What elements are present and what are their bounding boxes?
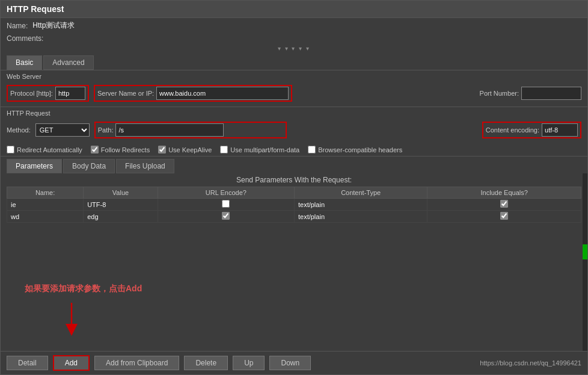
server-label: Server Name or IP: [97, 90, 154, 97]
content-encoding-label: Content encoding: [486, 126, 539, 134]
checkbox-multipart[interactable]: Use multipart/form-data [220, 146, 299, 153]
checkbox-includeequals-1[interactable] [500, 200, 508, 208]
comments-label: Comments: [7, 34, 43, 43]
port-input[interactable] [521, 87, 581, 100]
protocol-label: Protocol [http]: [10, 90, 53, 97]
param-urlencode-2 [158, 211, 294, 223]
param-includeequals-2 [427, 211, 581, 223]
col-name: Name: [7, 187, 84, 199]
detail-button[interactable]: Detail [7, 356, 48, 370]
annotation-text: 如果要添加请求参数，点击Add [25, 284, 142, 294]
http-request-section: HTTP Request Method: GET POST PUT DELETE… [1, 107, 587, 143]
checkbox-follow[interactable]: Follow Redirects [91, 146, 150, 153]
checkbox-follow-label: Follow Redirects [101, 146, 150, 153]
server-group: Server Name or IP: [94, 85, 292, 102]
resize-dots: ▾ ▾ ▾ ▾ ▾ [278, 45, 310, 52]
table-row: wd edg text/plain [7, 211, 581, 223]
param-name-1: ie [7, 199, 84, 211]
add-from-clipboard-button[interactable]: Add from Clipboard [94, 356, 179, 370]
checkbox-multipart-label: Use multipart/form-data [230, 146, 299, 153]
server-input[interactable] [156, 87, 289, 100]
inner-content: Web Server Protocol [http]: Server Name … [1, 70, 587, 374]
http-request-fields-row: Method: GET POST PUT DELETE HEAD OPTIONS… [7, 119, 581, 141]
comments-row: Comments: [1, 33, 587, 44]
main-container: HTTP Request Name: Http测试请求 Comments: ▾ … [0, 0, 588, 375]
name-row: Name: Http测试请求 [1, 18, 587, 33]
annotation-arrow [60, 297, 108, 339]
param-urlencode-1 [158, 199, 294, 211]
window-title: HTTP Request [7, 4, 64, 14]
checkbox-urlencode-1[interactable] [222, 200, 230, 208]
method-select[interactable]: GET POST PUT DELETE HEAD OPTIONS PATCH [35, 123, 90, 137]
param-includeequals-1 [427, 199, 581, 211]
annotation-container: 如果要添加请求参数，点击Add [25, 284, 142, 339]
resize-handle[interactable]: ▾ ▾ ▾ ▾ ▾ [1, 44, 587, 53]
col-value: Value [84, 187, 158, 199]
up-button[interactable]: Up [233, 356, 265, 370]
tab-files-upload[interactable]: Files Upload [116, 159, 174, 173]
param-name-2: wd [7, 211, 84, 223]
web-server-section: Web Server Protocol [http]: Server Name … [1, 70, 587, 107]
path-label: Path: [98, 126, 114, 134]
checkbox-redirect-input[interactable] [7, 146, 14, 153]
url-text: https://blog.csdn.net/qq_14996421 [480, 359, 581, 367]
checkbox-follow-input[interactable] [91, 146, 99, 153]
col-include-equals: Include Equals? [427, 187, 581, 199]
protocol-group: Protocol [http]: [7, 85, 89, 102]
checkbox-urlencode-2[interactable] [222, 212, 230, 220]
col-content-type: Content-Type [294, 187, 427, 199]
param-contenttype-1: text/plain [294, 199, 427, 211]
port-group: Port Number: [480, 87, 581, 100]
delete-button[interactable]: Delete [184, 356, 228, 370]
bottom-buttons-row: Detail Add Add from Clipboard Delete Up … [1, 351, 587, 374]
name-value: Http测试请求 [32, 20, 75, 31]
web-server-title: Web Server [7, 73, 581, 80]
port-label: Port Number: [480, 90, 519, 97]
checkboxes-row: Redirect Automatically Follow Redirects … [1, 143, 587, 156]
checkbox-multipart-input[interactable] [220, 146, 228, 153]
params-table-container: Send Parameters With the Request: Name: … [1, 173, 587, 351]
http-request-title: HTTP Request [7, 110, 581, 117]
checkbox-browser-compat[interactable]: Browser-compatible headers [308, 146, 402, 153]
checkbox-browser-compat-label: Browser-compatible headers [318, 146, 402, 153]
tab-body-data[interactable]: Body Data [63, 159, 115, 173]
param-contenttype-2: text/plain [294, 211, 427, 223]
path-input[interactable] [115, 123, 224, 137]
checkbox-keepalive-label: Use KeepAlive [168, 146, 212, 153]
param-value-2: edg [84, 211, 158, 223]
name-label: Name: [7, 22, 28, 30]
tab-parameters[interactable]: Parameters [7, 159, 62, 173]
protocol-input[interactable] [55, 87, 85, 100]
scrollbar-track[interactable] [583, 173, 587, 351]
down-button[interactable]: Down [269, 356, 311, 370]
table-row: ie UTF-8 text/plain [7, 199, 581, 211]
checkbox-redirect-label: Redirect Automatically [17, 146, 82, 153]
annotation-inner: 如果要添加请求参数，点击Add [25, 284, 142, 339]
tab-advanced[interactable]: Advanced [43, 55, 93, 70]
path-group: Path: [94, 122, 287, 138]
params-tabs-row: Parameters Body Data Files Upload [1, 156, 587, 173]
web-server-fields-row: Protocol [http]: Server Name or IP: Port… [7, 82, 581, 104]
content-encoding-input[interactable] [542, 123, 578, 137]
col-url-encode: URL Encode? [158, 187, 294, 199]
encoding-group: Content encoding: [482, 122, 581, 138]
title-bar: HTTP Request [1, 1, 587, 18]
checkbox-includeequals-2[interactable] [500, 212, 508, 220]
add-button[interactable]: Add [53, 355, 90, 371]
checkbox-browser-compat-input[interactable] [308, 146, 316, 153]
params-title: Send Parameters With the Request: [7, 176, 581, 184]
checkbox-keepalive[interactable]: Use KeepAlive [158, 146, 212, 153]
tab-basic[interactable]: Basic [7, 55, 42, 70]
scrollbar-thumb[interactable] [583, 244, 587, 259]
tabs-row: Basic Advanced [1, 53, 587, 70]
param-value-1: UTF-8 [84, 199, 158, 211]
checkbox-redirect[interactable]: Redirect Automatically [7, 146, 82, 153]
method-label: Method: [7, 126, 31, 134]
params-table: Name: Value URL Encode? Content-Type Inc… [7, 187, 581, 223]
checkbox-keepalive-input[interactable] [158, 146, 166, 153]
